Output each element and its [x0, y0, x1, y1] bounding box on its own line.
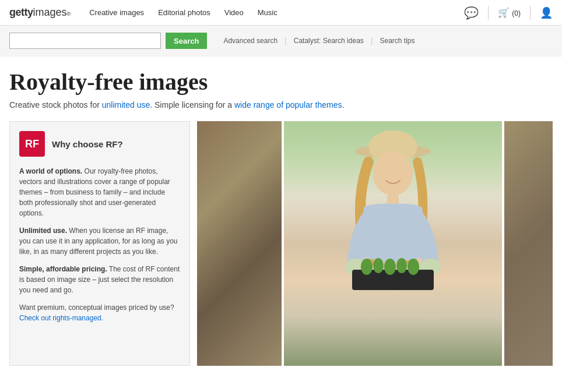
gallery-image-wood-right	[504, 121, 553, 366]
page-title: Royalty-free images	[9, 68, 553, 96]
svg-point-2	[373, 151, 413, 196]
subtitle-blue1: unlimited use	[102, 100, 150, 110]
rights-managed-link[interactable]: Check out rights-managed.	[19, 314, 103, 322]
subtitle-blue2: wide range of popular themes	[234, 100, 342, 110]
cart-count: (0)	[512, 9, 521, 17]
catalyst-link[interactable]: Catalyst: Search ideas	[287, 37, 371, 45]
logo-getty: getty	[9, 6, 33, 19]
logo-images: images	[33, 6, 67, 19]
subtitle-text: Creative stock photos for	[9, 100, 102, 110]
search-input[interactable]	[9, 33, 161, 49]
search-links: Advanced search | Catalyst: Search ideas…	[216, 36, 422, 45]
rf-card-header: RF Why choose RF?	[19, 131, 180, 157]
svg-point-9	[384, 259, 396, 275]
logo: gettyimages®	[9, 6, 71, 19]
subtitle-end: .	[342, 100, 344, 110]
rf-text-4: Want premium, conceptual images priced b…	[19, 303, 174, 312]
header-divider	[488, 6, 489, 20]
nav-video[interactable]: Video	[224, 8, 244, 17]
rf-section-4: Want premium, conceptual images priced b…	[19, 302, 180, 323]
svg-point-8	[373, 258, 384, 273]
rf-bold-3: Simple, affordable pricing.	[19, 265, 107, 273]
cart-icon[interactable]: 🛒 (0)	[498, 7, 521, 18]
svg-point-11	[408, 259, 419, 275]
svg-point-7	[361, 259, 373, 275]
search-bar: Search Advanced search | Catalyst: Searc…	[0, 26, 562, 56]
rf-section-1: A world of options. Our royalty-free pho…	[19, 166, 180, 218]
main-nav: Creative images Editorial photos Video M…	[89, 8, 464, 17]
rf-section-2: Unlimited use. When you license an RF im…	[19, 225, 180, 257]
search-button[interactable]: Search	[166, 33, 207, 49]
user-icon[interactable]: 👤	[540, 6, 553, 19]
content-area: RF Why choose RF? A world of options. Ou…	[9, 121, 553, 366]
subtitle: Creative stock photos for unlimited use.…	[9, 100, 553, 110]
rf-card-title: Why choose RF?	[52, 139, 123, 149]
gallery-image-wood-left	[197, 121, 282, 366]
chat-icon[interactable]: 💬	[464, 6, 479, 20]
rf-bold-2: Unlimited use.	[19, 227, 67, 235]
rf-bold-1: A world of options.	[19, 167, 82, 175]
subtitle-mid: . Simple licensing for a	[150, 100, 234, 110]
gallery-image-person	[284, 121, 502, 366]
advanced-search-link[interactable]: Advanced search	[216, 37, 284, 45]
nav-creative-images[interactable]: Creative images	[89, 8, 144, 17]
logo-reg: ®	[67, 11, 71, 17]
gallery	[197, 121, 553, 366]
rf-badge: RF	[19, 131, 45, 157]
svg-point-10	[396, 258, 407, 273]
nav-music[interactable]: Music	[258, 8, 278, 17]
header: gettyimages® Creative images Editorial p…	[0, 0, 562, 26]
main-content: Royalty-free images Creative stock photo…	[0, 56, 562, 366]
header-icons: 💬 🛒 (0) 👤	[464, 6, 553, 20]
search-tips-link[interactable]: Search tips	[373, 37, 422, 45]
person-figure	[284, 121, 502, 366]
rf-card: RF Why choose RF? A world of options. Ou…	[9, 121, 190, 366]
rf-section-3: Simple, affordable pricing. The cost of …	[19, 264, 180, 295]
nav-editorial-photos[interactable]: Editorial photos	[158, 8, 210, 17]
header-divider-2	[530, 6, 531, 20]
